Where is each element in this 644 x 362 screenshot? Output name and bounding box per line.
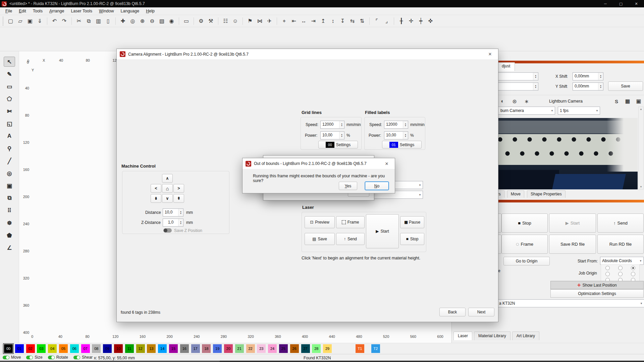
menu-window[interactable]: Window — [96, 8, 117, 14]
distance-input[interactable]: 10,0▴▾ — [163, 208, 183, 217]
copy-icon[interactable]: ⧉ — [84, 16, 93, 25]
14[interactable]: 14 — [158, 344, 167, 353]
jog-up-button[interactable]: ∧ — [162, 174, 173, 183]
send-button[interactable]: ↑Send — [597, 214, 644, 233]
start-button[interactable]: ▶Start — [549, 214, 596, 233]
undo-icon[interactable]: ↶ — [50, 16, 59, 25]
separator[interactable] — [113, 17, 116, 25]
paste-icon[interactable]: ▥ — [94, 16, 103, 25]
stop-button[interactable]: ■Stop — [400, 233, 424, 245]
distribute-h-icon[interactable]: ⇆ — [348, 16, 357, 25]
separator[interactable] — [275, 17, 277, 25]
09[interactable]: 09 — [103, 344, 112, 353]
menu-edit[interactable]: Edit — [15, 8, 30, 14]
art-library[interactable]: Art Library — [512, 331, 539, 340]
send-button[interactable]: ↑Send — [336, 233, 365, 245]
move-corner-tl-icon[interactable]: ⌜ — [372, 16, 381, 25]
move-center-icon[interactable]: ✛ — [407, 16, 416, 25]
cut-icon[interactable]: ✂ — [74, 16, 84, 25]
overlay-s-icon[interactable]: S — [612, 97, 621, 105]
stop-button[interactable]: ■Stop — [501, 214, 548, 233]
21[interactable]: 21 — [235, 344, 244, 353]
z-distance-input[interactable]: 1,0▴▾ — [163, 219, 183, 227]
measure-tool[interactable]: ╱ — [4, 156, 15, 166]
05[interactable]: 05 — [59, 344, 68, 353]
separator[interactable] — [392, 17, 394, 25]
start-from-combo[interactable]: Absolute Coords▾ — [600, 257, 644, 265]
close-icon[interactable]: ✕ — [382, 161, 392, 166]
settings-icon[interactable]: ⚙ — [197, 16, 206, 25]
27[interactable]: 27 — [301, 344, 310, 353]
image-overlay-icon[interactable]: ▣ — [634, 97, 643, 105]
start-button[interactable]: ▶Start — [366, 214, 399, 248]
separator[interactable] — [45, 17, 47, 25]
menu-language[interactable]: Language — [117, 8, 143, 14]
22[interactable]: 22 — [246, 344, 255, 353]
color-wheel-icon[interactable]: ⊛ — [510, 97, 519, 105]
polygon-tool[interactable]: ⬠ — [4, 94, 15, 104]
mirror-icon[interactable]: ⋈ — [255, 16, 264, 25]
redo-icon[interactable]: ↷ — [60, 16, 69, 25]
delete-icon[interactable]: ▯ — [104, 16, 113, 25]
material-library[interactable]: Material Library — [474, 331, 511, 340]
pan-icon[interactable]: ✚ — [118, 16, 127, 25]
array-tool[interactable]: ⠿ — [4, 205, 15, 216]
tab-adjust[interactable]: djust — [498, 62, 515, 71]
select-tool[interactable]: ↖ — [4, 57, 15, 67]
grid-power-input[interactable]: 10,00▴▾ — [320, 131, 344, 139]
new-file-icon[interactable]: ▢ — [6, 16, 15, 25]
12[interactable]: 12 — [136, 344, 145, 353]
size[interactable]: Size — [26, 355, 42, 360]
separator[interactable] — [192, 17, 194, 25]
minimize-button[interactable]: ─ — [598, 0, 613, 7]
laser[interactable]: Laser — [453, 331, 472, 340]
menu-arrange[interactable]: Arrange — [46, 8, 67, 14]
camera-scrollbar[interactable]: ▲▼ — [638, 107, 644, 189]
rectangle-tool[interactable]: ▭ — [4, 81, 15, 92]
26[interactable]: 26 — [290, 344, 299, 353]
art-library-icon[interactable]: ☺ — [231, 16, 240, 25]
zoom-out-icon[interactable]: ⊖ — [148, 16, 157, 25]
separator[interactable] — [367, 17, 370, 25]
menu-tools[interactable]: Tools — [30, 8, 46, 14]
nudge-icon[interactable]: ✜ — [426, 16, 435, 25]
open-file-icon[interactable]: ▱ — [16, 16, 25, 25]
z-down-button[interactable]: ⇟ — [151, 194, 161, 203]
separator[interactable] — [177, 17, 179, 25]
jog-left-button[interactable]: < — [151, 184, 161, 193]
shape-tool[interactable]: ◎ — [4, 168, 15, 178]
circular-array-tool[interactable]: ☸ — [4, 218, 15, 228]
edit-nodes-tool[interactable]: ◱ — [4, 119, 15, 129]
17[interactable]: 17 — [191, 344, 200, 353]
rotate[interactable]: Rotate — [48, 355, 68, 360]
z-up-button[interactable]: ⇞ — [173, 194, 184, 203]
trim-tool[interactable]: ✄ — [4, 106, 15, 116]
save-button[interactable]: ▤Save — [305, 233, 335, 245]
move-corner-br-icon[interactable]: ⌟ — [382, 16, 391, 25]
align-left-icon[interactable]: ⇤ — [289, 16, 299, 25]
frame-button[interactable]: ▢Frame — [336, 216, 365, 228]
grid-overlay-icon[interactable]: ▦ — [623, 97, 632, 105]
menu-file[interactable]: File — [2, 8, 15, 14]
06[interactable]: 06 — [70, 344, 79, 353]
capture-icon[interactable]: ◉ — [167, 16, 176, 25]
menu-help[interactable]: Help — [143, 8, 158, 14]
separator[interactable] — [69, 17, 72, 25]
t2[interactable]: T2 — [371, 344, 380, 353]
trace-bug-icon[interactable]: ∗ — [522, 97, 531, 105]
04[interactable]: 04 — [48, 344, 57, 353]
pin-tool[interactable]: ⚲ — [4, 143, 15, 154]
jog-right-button[interactable]: > — [173, 184, 184, 193]
jog-home-button[interactable]: ⌂ — [162, 184, 173, 193]
filled-settings-button[interactable]: 01 Settings — [382, 141, 422, 148]
menu-laser-tools[interactable]: Laser Tools — [67, 8, 96, 14]
oob-titlebar[interactable]: Out of bounds - LightBurn Pro 2.1.00-RC-… — [243, 158, 395, 169]
y-shift-input[interactable]: 0,00mm▴▾ — [573, 82, 603, 90]
camera-save-button[interactable]: Save — [608, 81, 643, 91]
toolbar-grip[interactable] — [3, 17, 5, 25]
grid-settings-button[interactable]: 00 Settings — [318, 141, 358, 148]
29[interactable]: 29 — [323, 344, 332, 353]
align-middle-icon[interactable]: ↕ — [328, 16, 337, 25]
save-rd-file-button[interactable]: Save RD file — [549, 235, 596, 254]
machine-settings-icon[interactable]: ⚒ — [206, 16, 215, 25]
